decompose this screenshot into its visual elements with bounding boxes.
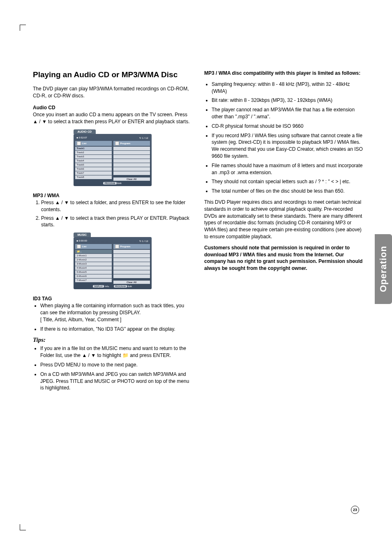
mp3-steps: Press ▲ / ▼ to select a folder, and pres… (33, 199, 192, 228)
bullet-item: They should not contain special letters … (212, 178, 363, 185)
folder-up-row: 📁 .. (75, 250, 112, 253)
manual-page: Operation 23 Playing an Audio CD or MP3/… (0, 0, 392, 555)
id3-bullets: When playing a file containing informati… (33, 302, 192, 332)
permission-notice: Customers should note that permission is… (204, 244, 363, 272)
bullet-item: Sampling frequency: within 8 - 48 kHz (M… (212, 81, 363, 95)
track-row: Track7 (75, 171, 112, 175)
crop-mark-bottom-left (20, 524, 26, 530)
bullet-item: Press DVD MENU to move to the next page. (40, 362, 192, 368)
tips-bullets: If you are in a file list on the MUSIC m… (33, 345, 192, 391)
track-row: Track2 (75, 151, 112, 154)
footer-button: PROGRAM (103, 182, 116, 184)
music-row: 2-Music2 (75, 258, 112, 262)
bullet-item: On a CD with MP3/WMA and JPEG you can sw… (40, 371, 192, 391)
bullet-item: The total number of files on the disc sh… (212, 188, 363, 195)
bullet-item: CD-R physical format should be ISO 9660 (212, 123, 363, 130)
list-label: List (82, 142, 87, 145)
compat-heading: MP3 / WMA disc compatibility with this p… (204, 70, 363, 77)
bullet-item: If you record MP3 / WMA files using soft… (212, 132, 363, 160)
audio-cd-body: Once you insert an audio CD a menu appea… (33, 111, 192, 125)
program-row (113, 167, 150, 171)
music-row: 7-Music7 (75, 279, 112, 282)
footer-text: Edit (128, 285, 132, 288)
audio-cd-menu-illustration: AUDIO CD ■ 0:52:07 ↻ 1 / 12 List Track1 … (74, 129, 152, 186)
track-row: Track5 (75, 163, 112, 167)
bullet-item: File names should have a maximum of 8 le… (212, 162, 363, 176)
step-item: Press ▲ / ▼ to select a track then press… (41, 215, 192, 229)
menu-time: 0:00:00 (79, 240, 87, 242)
program-row (113, 159, 150, 163)
bullet-item: The player cannot read an MP3/WMA file t… (212, 106, 363, 120)
clear-all: Clear All (113, 177, 150, 181)
music-menu-illustration: MUSIC ■ 0:00:00 ↻ 1 / 12 List 📁 .. 1-Mus… (74, 233, 152, 289)
tips-heading: Tips: (33, 336, 192, 343)
menu-time: 0:52:07 (79, 136, 87, 139)
bullet-item: If you are in a file list on the MUSIC m… (40, 345, 192, 359)
dvd-requirements-paragraph: This DVD Player requires discs and recor… (204, 199, 363, 240)
program-row (113, 266, 150, 270)
two-column-layout: Playing an Audio CD or MP3/WMA Disc The … (33, 70, 363, 396)
program-row (113, 155, 150, 159)
audio-cd-heading: Audio CD (33, 105, 192, 111)
track-row: Track6 (75, 167, 112, 171)
program-row (113, 258, 150, 262)
program-row (113, 163, 150, 167)
intro-paragraph: The DVD player can play MP3/WMA formatte… (33, 85, 192, 99)
menu-tab-label: AUDIO CD (74, 129, 96, 134)
program-row (113, 147, 150, 150)
program-row (113, 270, 150, 274)
footer-text: Info. (105, 285, 110, 288)
section-title: Playing an Audio CD or MP3/WMA Disc (33, 70, 192, 80)
step-item: Press ▲ / ▼ to select a folder, and pres… (41, 199, 192, 213)
list-label: List (82, 245, 87, 248)
compat-bullets: Sampling frequency: within 8 - 48 kHz (M… (204, 81, 363, 195)
footer-button: PROGRAM (114, 285, 127, 288)
music-row: 6-Music6 (75, 274, 112, 278)
program-row (113, 171, 150, 175)
left-column: Playing an Audio CD or MP3/WMA Disc The … (33, 70, 192, 396)
program-row (113, 250, 150, 253)
program-label: Program (120, 142, 131, 145)
music-row: 5-Music5 (75, 270, 112, 274)
program-row (113, 274, 150, 278)
program-row (113, 254, 150, 258)
program-row (113, 151, 150, 154)
music-row: 1-Music1 (75, 254, 112, 258)
crop-mark-top-left (20, 25, 26, 31)
track-row: Track1 (75, 147, 112, 150)
page-number: 23 (351, 506, 359, 514)
music-row: 3-Music3 (75, 262, 112, 266)
clear-all: Clear All (113, 281, 150, 284)
bullet-item: If there is no information, "No ID3 TAG"… (40, 326, 192, 333)
mp3-wma-heading: MP3 / WMA (33, 193, 192, 198)
music-row: 4-Music4 (75, 266, 112, 270)
footer-text: Edit (117, 182, 121, 184)
footer-button: DISPLAY (93, 285, 104, 288)
menu-count: 1 / 12 (142, 240, 148, 242)
track-row: Track8 (75, 175, 112, 179)
section-tab: Operation (375, 234, 392, 304)
track-row: Track3 (75, 155, 112, 159)
right-column: MP3 / WMA disc compatibility with this p… (204, 70, 363, 396)
bullet-item: Bit rate: within 8 - 320kbps (MP3), 32 -… (212, 97, 363, 104)
track-row: Track4 (75, 159, 112, 163)
menu-tab-label: MUSIC (74, 233, 91, 237)
menu-count: 1 / 12 (142, 137, 148, 139)
bullet-item: When playing a file containing informati… (40, 302, 192, 323)
id3-heading: ID3 TAG (33, 296, 192, 302)
program-row (113, 262, 150, 266)
program-label: Program (120, 245, 131, 248)
